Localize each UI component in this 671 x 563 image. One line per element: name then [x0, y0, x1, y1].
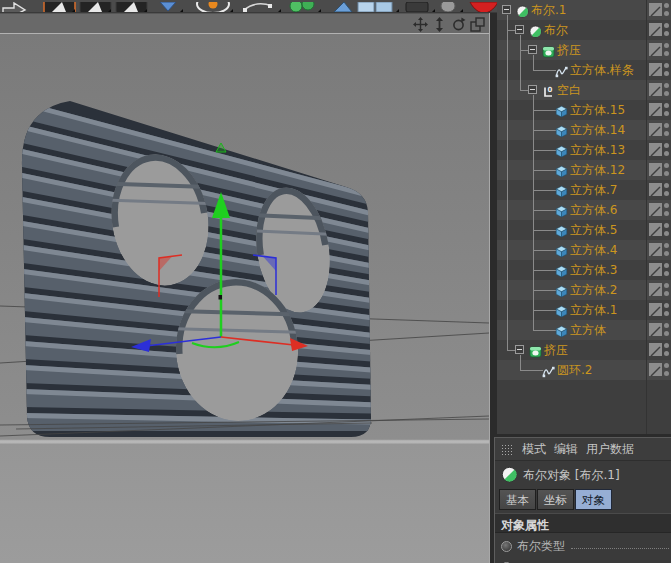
object-row[interactable]: 立方体.12 — [497, 160, 671, 180]
environment-icon[interactable] — [441, 2, 463, 13]
object-row[interactable]: 立方体.4 — [497, 240, 671, 260]
visibility-dot-top[interactable] — [664, 43, 669, 48]
object-row[interactable]: 立方体.3 — [497, 260, 671, 280]
visibility-dot-bottom[interactable] — [664, 311, 669, 316]
expand-toggle[interactable] — [528, 45, 537, 54]
visibility-dot-top[interactable] — [664, 3, 669, 8]
object-row[interactable]: 立方体 — [497, 320, 671, 340]
object-row[interactable]: 立方体.6 — [497, 200, 671, 220]
visibility-dot-bottom[interactable] — [664, 191, 669, 196]
layer-swatch-icon[interactable] — [649, 63, 662, 76]
visibility-dot-bottom[interactable] — [664, 331, 669, 336]
layer-swatch-icon[interactable] — [649, 363, 662, 376]
layer-swatch-icon[interactable] — [649, 163, 662, 176]
visibility-dot-top[interactable] — [664, 63, 669, 68]
object-row[interactable]: 挤压 — [497, 40, 671, 60]
object-row[interactable]: 立方体.7 — [497, 180, 671, 200]
layer-swatch-icon[interactable] — [649, 263, 662, 276]
visibility-dot-bottom[interactable] — [664, 271, 669, 276]
menu-edit[interactable]: 编辑 — [554, 441, 578, 458]
visibility-dot-top[interactable] — [664, 363, 669, 368]
layer-swatch-icon[interactable] — [649, 43, 662, 56]
layer-swatch-icon[interactable] — [649, 183, 662, 196]
layer-swatch-icon[interactable] — [649, 203, 662, 216]
viewport-canvas[interactable] — [0, 34, 489, 563]
visibility-dot-top[interactable] — [664, 103, 669, 108]
tab-coordinates[interactable]: 坐标 — [537, 489, 574, 510]
visibility-dot-top[interactable] — [664, 283, 669, 288]
layer-swatch-icon[interactable] — [649, 83, 662, 96]
visibility-dot-bottom[interactable] — [664, 91, 669, 96]
layer-swatch-icon[interactable] — [649, 243, 662, 256]
layer-swatch-icon[interactable] — [649, 123, 662, 136]
layer-swatch-icon[interactable] — [649, 103, 662, 116]
layer-swatch-icon[interactable] — [649, 303, 662, 316]
floor-icon[interactable] — [358, 2, 399, 13]
layer-swatch-icon[interactable] — [649, 23, 662, 36]
visibility-dot-bottom[interactable] — [664, 71, 669, 76]
visibility-dot-top[interactable] — [664, 263, 669, 268]
visibility-dot-bottom[interactable] — [664, 131, 669, 136]
object-row[interactable]: 0空白 — [497, 80, 671, 100]
visibility-dot-bottom[interactable] — [664, 11, 669, 16]
mode-button-3-icon[interactable] — [116, 2, 147, 13]
object-row[interactable]: 布尔.1 — [497, 0, 671, 20]
diamond-tool-icon[interactable] — [160, 2, 183, 13]
visibility-dot-top[interactable] — [664, 143, 669, 148]
layer-swatch-icon[interactable] — [649, 323, 662, 336]
visibility-dot-top[interactable] — [664, 323, 669, 328]
cube-primitive-icon[interactable] — [334, 2, 352, 12]
object-manager[interactable]: 布尔.1布尔挤压立方体.样条0空白立方体.15立方体.14立方体.13立方体.1… — [497, 0, 671, 434]
orbit-icon[interactable] — [451, 17, 466, 32]
expand-toggle[interactable] — [528, 85, 537, 94]
mode-button-1-icon[interactable] — [44, 2, 75, 13]
object-row[interactable]: 立方体.1 — [497, 300, 671, 320]
light-tool-icon[interactable] — [197, 2, 233, 13]
visibility-dot-bottom[interactable] — [664, 51, 669, 56]
visibility-dot-bottom[interactable] — [664, 111, 669, 116]
expand-toggle[interactable] — [515, 25, 524, 34]
material-icon[interactable] — [470, 2, 498, 13]
spline-pen-icon[interactable] — [243, 4, 281, 13]
visibility-dot-top[interactable] — [664, 203, 669, 208]
mograph-icon[interactable] — [290, 2, 321, 13]
menu-userdata[interactable]: 用户数据 — [586, 441, 634, 458]
object-row[interactable]: 立方体.13 — [497, 140, 671, 160]
visibility-dot-top[interactable] — [664, 343, 669, 348]
visibility-dot-top[interactable] — [664, 163, 669, 168]
visibility-dot-top[interactable] — [664, 23, 669, 28]
visibility-dot-top[interactable] — [664, 223, 669, 228]
object-row[interactable]: 挤压 — [497, 340, 671, 360]
object-row[interactable]: 布尔 — [497, 20, 671, 40]
pan-icon[interactable] — [413, 17, 428, 32]
viewport-3d[interactable] — [0, 13, 490, 563]
visibility-dot-bottom[interactable] — [664, 231, 669, 236]
visibility-dot-top[interactable] — [664, 83, 669, 88]
object-row[interactable]: 立方体.样条 — [497, 60, 671, 80]
dolly-icon[interactable] — [432, 17, 447, 32]
visibility-dot-bottom[interactable] — [664, 291, 669, 296]
arrow-icon[interactable] — [3, 3, 25, 13]
tab-object[interactable]: 对象 — [575, 489, 612, 510]
menu-mode[interactable]: 模式 — [522, 441, 546, 458]
layer-swatch-icon[interactable] — [649, 343, 662, 356]
layer-swatch-icon[interactable] — [649, 223, 662, 236]
tab-basic[interactable]: 基本 — [499, 489, 536, 510]
object-properties-header[interactable]: 对象属性 — [495, 513, 671, 533]
visibility-dot-bottom[interactable] — [664, 351, 669, 356]
layer-swatch-icon[interactable] — [649, 3, 662, 16]
object-row[interactable]: 圆环.2 — [497, 360, 671, 380]
visibility-dot-bottom[interactable] — [664, 151, 669, 156]
visibility-dot-bottom[interactable] — [664, 31, 669, 36]
expand-toggle[interactable] — [502, 5, 511, 14]
object-row[interactable]: 立方体.15 — [497, 100, 671, 120]
object-row[interactable]: 立方体.5 — [497, 220, 671, 240]
mode-button-2-icon[interactable] — [80, 2, 111, 13]
visibility-dot-top[interactable] — [664, 123, 669, 128]
camera-icon[interactable] — [406, 2, 435, 13]
visibility-dot-bottom[interactable] — [664, 251, 669, 256]
toggle-view-icon[interactable] — [470, 17, 485, 32]
panel-grip-icon[interactable] — [501, 444, 514, 455]
object-row[interactable]: 立方体.2 — [497, 280, 671, 300]
visibility-dot-bottom[interactable] — [664, 171, 669, 176]
